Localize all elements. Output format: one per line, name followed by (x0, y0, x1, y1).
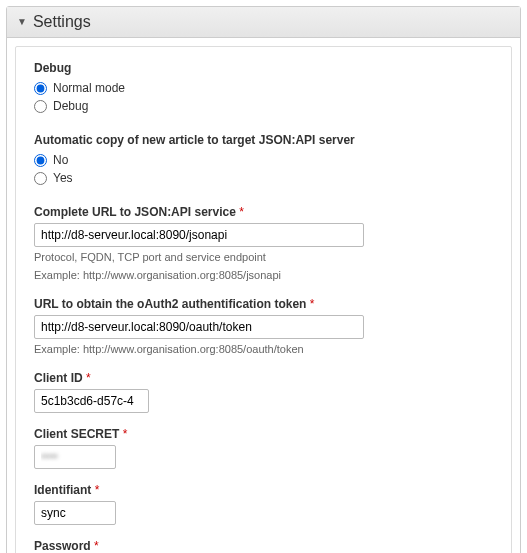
oauth-url-desc1: Example: http://www.organisation.org:808… (34, 342, 493, 357)
password-field: Password * BE CAREFULL !!!! Password sto… (34, 539, 493, 553)
jsonapi-url-label-text: Complete URL to JSON:API service (34, 205, 236, 219)
debug-radio-debug[interactable] (34, 100, 47, 113)
oauth-url-field: URL to obtain the oAuth2 authentificatio… (34, 297, 493, 357)
required-marker: * (310, 297, 315, 311)
jsonapi-url-input[interactable] (34, 223, 364, 247)
required-marker: * (94, 539, 99, 553)
debug-option-normal[interactable]: Normal mode (34, 81, 493, 95)
password-label-text: Password (34, 539, 91, 553)
settings-body: Debug Normal mode Debug Automatic copy o… (15, 46, 512, 553)
identifiant-input[interactable] (34, 501, 116, 525)
debug-radio-normal[interactable] (34, 82, 47, 95)
autocopy-group: Automatic copy of new article to target … (34, 133, 493, 185)
client-secret-label: Client SECRET * (34, 427, 493, 441)
autocopy-option-no[interactable]: No (34, 153, 493, 167)
required-marker: * (95, 483, 100, 497)
oauth-url-input[interactable] (34, 315, 364, 339)
client-secret-label-text: Client SECRET (34, 427, 119, 441)
autocopy-radio-no-label: No (53, 153, 68, 167)
client-secret-input[interactable] (34, 445, 116, 469)
jsonapi-url-label: Complete URL to JSON:API service * (34, 205, 493, 219)
debug-group-title: Debug (34, 61, 493, 75)
panel-title: Settings (33, 13, 91, 31)
autocopy-radio-yes-label: Yes (53, 171, 73, 185)
client-secret-field: Client SECRET * (34, 427, 493, 469)
required-marker: * (239, 205, 244, 219)
debug-radio-normal-label: Normal mode (53, 81, 125, 95)
settings-panel: ▼ Settings Debug Normal mode Debug Autom… (6, 6, 521, 553)
autocopy-option-yes[interactable]: Yes (34, 171, 493, 185)
debug-group: Debug Normal mode Debug (34, 61, 493, 113)
client-id-label: Client ID * (34, 371, 493, 385)
chevron-down-icon: ▼ (17, 16, 27, 27)
oauth-url-label: URL to obtain the oAuth2 authentificatio… (34, 297, 493, 311)
identifiant-field: Identifiant * (34, 483, 493, 525)
autocopy-radio-no[interactable] (34, 154, 47, 167)
autocopy-radio-yes[interactable] (34, 172, 47, 185)
client-id-label-text: Client ID (34, 371, 83, 385)
required-marker: * (123, 427, 128, 441)
identifiant-label: Identifiant * (34, 483, 493, 497)
identifiant-label-text: Identifiant (34, 483, 91, 497)
client-id-input[interactable] (34, 389, 149, 413)
required-marker: * (86, 371, 91, 385)
autocopy-group-title: Automatic copy of new article to target … (34, 133, 493, 147)
debug-option-debug[interactable]: Debug (34, 99, 493, 113)
jsonapi-url-field: Complete URL to JSON:API service * Proto… (34, 205, 493, 283)
client-id-field: Client ID * (34, 371, 493, 413)
debug-radio-debug-label: Debug (53, 99, 88, 113)
jsonapi-url-desc2: Example: http://www.organisation.org:808… (34, 268, 493, 283)
password-label: Password * (34, 539, 493, 553)
jsonapi-url-desc1: Protocol, FQDN, TCP port and service end… (34, 250, 493, 265)
settings-header[interactable]: ▼ Settings (7, 7, 520, 38)
oauth-url-label-text: URL to obtain the oAuth2 authentificatio… (34, 297, 306, 311)
